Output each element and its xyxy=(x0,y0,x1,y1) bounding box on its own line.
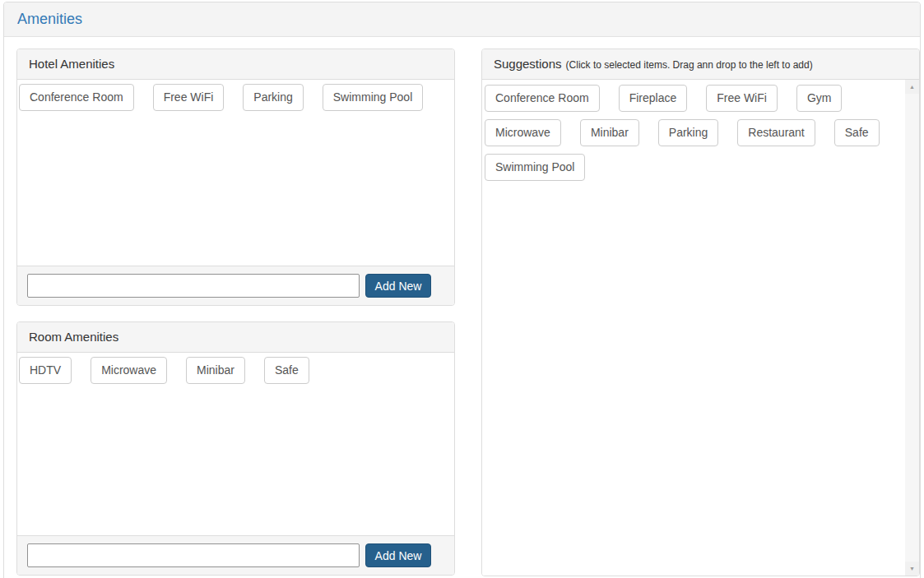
hotel-amenity-chip[interactable]: Free WiFi xyxy=(153,84,225,111)
hotel-amenity-chip[interactable]: Conference Room xyxy=(19,84,134,111)
suggestion-chip[interactable]: Parking xyxy=(658,119,718,146)
suggestion-chip[interactable]: Safe xyxy=(834,119,880,146)
room-amenity-chip[interactable]: Microwave xyxy=(91,357,167,384)
room-amenities-heading: Room Amenities xyxy=(17,322,454,353)
hotel-new-amenity-input[interactable] xyxy=(27,274,360,298)
room-amenities-panel: Room Amenities HDTV Microwave Minibar Sa… xyxy=(16,321,455,576)
right-column: Suggestions (Click to selected items. Dr… xyxy=(481,49,920,576)
suggestions-subtitle: (Click to selected items. Drag ann drop … xyxy=(566,59,813,71)
room-amenities-chip-list: HDTV Microwave Minibar Safe xyxy=(17,353,454,535)
suggestion-chip[interactable]: Fireplace xyxy=(619,85,688,112)
hotel-amenities-panel: Hotel Amenities Conference Room Free WiF… xyxy=(16,49,455,306)
suggestion-chip[interactable]: Free WiFi xyxy=(706,85,778,112)
page-title: Amenities xyxy=(17,11,82,28)
scroll-down-icon[interactable]: ▼ xyxy=(905,562,919,576)
amenities-page-container: Amenities Hotel Amenities Conference Roo… xyxy=(3,2,921,578)
hotel-amenity-chip[interactable]: Swimming Pool xyxy=(323,84,423,111)
scroll-up-icon[interactable]: ▲ xyxy=(905,80,919,94)
suggestions-heading: Suggestions (Click to selected items. Dr… xyxy=(482,49,919,80)
suggestion-chip[interactable]: Minibar xyxy=(580,119,639,146)
room-new-amenity-input[interactable] xyxy=(27,543,360,567)
suggestions-chip-list: Conference Room Fireplace Free WiFi Gym … xyxy=(485,85,898,181)
suggestion-chip[interactable]: Gym xyxy=(796,85,843,112)
page-header: Amenities xyxy=(4,2,920,37)
suggestions-title: Suggestions xyxy=(494,57,562,71)
room-amenities-title: Room Amenities xyxy=(29,330,118,344)
hotel-amenities-footer: Add New xyxy=(17,266,454,305)
hotel-amenities-heading: Hotel Amenities xyxy=(17,49,454,80)
left-column: Hotel Amenities Conference Room Free WiF… xyxy=(16,49,455,576)
suggestion-chip[interactable]: Conference Room xyxy=(485,85,600,112)
room-add-new-button[interactable]: Add New xyxy=(365,543,431,567)
hotel-add-new-button[interactable]: Add New xyxy=(365,274,431,298)
room-amenity-chip[interactable]: Safe xyxy=(264,357,309,384)
suggestion-chip[interactable]: Swimming Pool xyxy=(485,154,585,181)
suggestion-chip[interactable]: Restaurant xyxy=(737,119,815,146)
hotel-amenity-chip[interactable]: Parking xyxy=(243,84,303,111)
page-body: Hotel Amenities Conference Room Free WiF… xyxy=(4,37,920,576)
room-amenity-chip[interactable]: Minibar xyxy=(186,357,245,384)
room-amenity-chip[interactable]: HDTV xyxy=(19,357,72,384)
suggestions-body: Conference Room Fireplace Free WiFi Gym … xyxy=(482,80,919,576)
suggestions-panel: Suggestions (Click to selected items. Dr… xyxy=(481,49,920,576)
hotel-amenities-title: Hotel Amenities xyxy=(29,57,114,71)
hotel-amenities-chip-list: Conference Room Free WiFi Parking Swimmi… xyxy=(17,80,454,266)
room-amenities-footer: Add New xyxy=(17,535,454,575)
suggestions-scrollbar[interactable]: ▲ ▼ xyxy=(905,80,919,576)
suggestion-chip[interactable]: Microwave xyxy=(485,119,561,146)
